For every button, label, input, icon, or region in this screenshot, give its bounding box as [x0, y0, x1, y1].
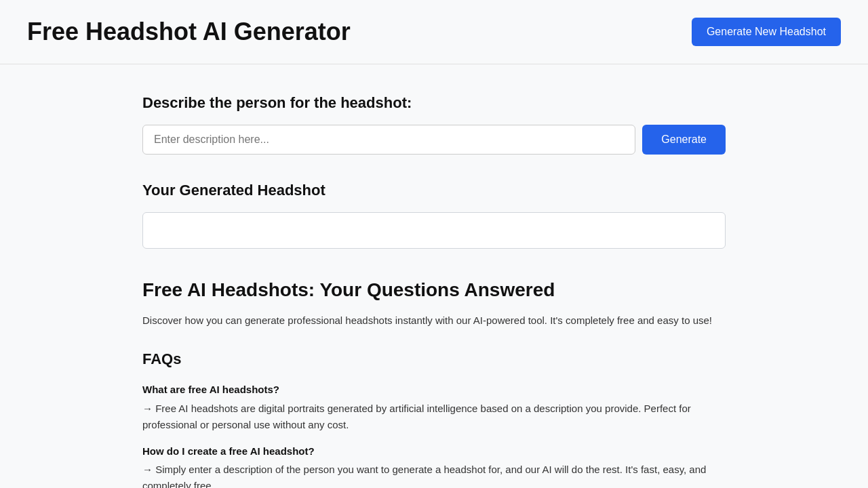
description-input[interactable]: [142, 125, 635, 155]
faq-question: What are free AI headshots?: [142, 382, 726, 398]
faqs-heading: FAQs: [142, 348, 726, 370]
app-title: Free Headshot AI Generator: [27, 14, 351, 50]
faq-answer: → Free AI headshots are digital portrait…: [142, 401, 726, 433]
faq-item: What are free AI headshots?→ Free AI hea…: [142, 382, 726, 433]
headshot-placeholder: [142, 212, 726, 249]
faq-description: Discover how you can generate profession…: [142, 312, 726, 329]
faq-list: What are free AI headshots?→ Free AI hea…: [142, 382, 726, 488]
faq-section: Free AI Headshots: Your Questions Answer…: [142, 276, 726, 488]
faq-question: How do I create a free AI headshot?: [142, 444, 726, 460]
headshot-section: Your Generated Headshot: [142, 179, 726, 249]
main-content: Describe the person for the headshot: Ge…: [129, 64, 739, 488]
faq-answer: → Simply enter a description of the pers…: [142, 462, 726, 488]
input-row: Generate: [142, 125, 726, 155]
app-header: Free Headshot AI Generator Generate New …: [0, 0, 868, 64]
describe-section: Describe the person for the headshot: Ge…: [142, 92, 726, 155]
describe-heading: Describe the person for the headshot:: [142, 92, 726, 114]
faq-item: How do I create a free AI headshot?→ Sim…: [142, 444, 726, 489]
headshot-heading: Your Generated Headshot: [142, 179, 726, 201]
generate-new-headshot-button[interactable]: Generate New Headshot: [692, 18, 841, 46]
generate-button[interactable]: Generate: [642, 125, 726, 155]
faq-main-heading: Free AI Headshots: Your Questions Answer…: [142, 276, 726, 304]
